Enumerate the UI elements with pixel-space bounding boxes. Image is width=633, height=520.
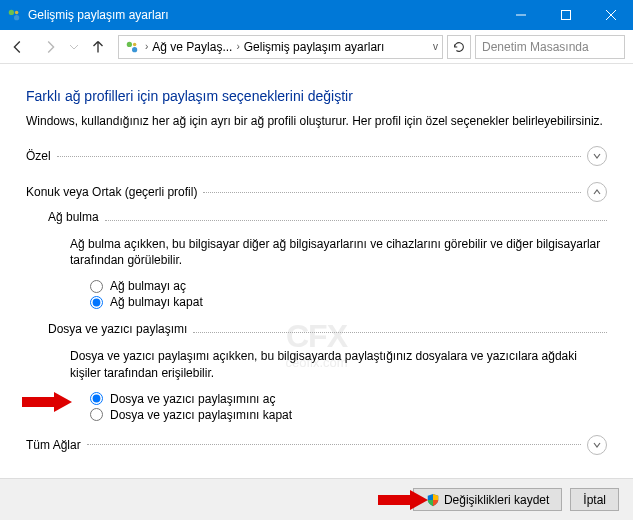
expander-guest[interactable]: Konuk veya Ortak (geçerli profil) <box>26 180 607 204</box>
back-button[interactable] <box>2 32 34 62</box>
breadcrumb-icon <box>123 40 141 54</box>
expander-label: Tüm Ağlar <box>26 438 81 452</box>
expander-all-networks[interactable]: Tüm Ağlar <box>26 433 607 457</box>
svg-point-0 <box>9 10 14 15</box>
svg-point-8 <box>132 47 137 52</box>
toolbar: › Ağ ve Paylaş... › Gelişmiş paylaşım ay… <box>0 30 633 64</box>
expander-label: Özel <box>26 149 51 163</box>
chevron-right-icon: › <box>232 41 243 52</box>
chevron-up-icon <box>587 182 607 202</box>
expander-private[interactable]: Özel <box>26 144 607 168</box>
svg-point-9 <box>133 42 137 46</box>
shield-icon <box>426 493 440 507</box>
svg-point-2 <box>15 11 19 15</box>
radio-network-discovery-off[interactable]: Ağ bulmayı kapat <box>90 294 607 310</box>
recent-button[interactable] <box>66 32 82 62</box>
search-input[interactable]: Denetim Masasında <box>475 35 625 59</box>
page-subtitle: Windows, kullandığınız her ağ için ayrı … <box>26 114 607 128</box>
chevron-down-icon <box>587 435 607 455</box>
breadcrumb-part-network[interactable]: Ağ ve Paylaş... <box>152 40 232 54</box>
network-discovery-desc: Ağ bulma açıkken, bu bilgisayar diğer ağ… <box>70 236 607 268</box>
file-printer-desc: Dosya ve yazıcı paylaşımı açıkken, bu bi… <box>70 348 607 380</box>
refresh-button[interactable] <box>447 35 471 59</box>
expander-label: Konuk veya Ortak (geçerli profil) <box>26 185 197 199</box>
window-controls <box>498 0 633 30</box>
svg-rect-4 <box>561 11 570 20</box>
up-button[interactable] <box>82 32 114 62</box>
page-title: Farklı ağ profilleri için paylaşım seçen… <box>26 88 607 104</box>
breadcrumb-part-advanced[interactable]: Gelişmiş paylaşım ayarları <box>244 40 385 54</box>
cancel-button[interactable]: İptal <box>570 488 619 511</box>
forward-button[interactable] <box>34 32 66 62</box>
svg-point-7 <box>127 41 132 46</box>
radio-file-printer-off[interactable]: Dosya ve yazıcı paylaşımını kapat <box>90 407 607 423</box>
chevron-down-icon[interactable]: v <box>433 41 438 52</box>
svg-point-1 <box>14 15 19 20</box>
footer: Değişiklikleri kaydet İptal <box>0 478 633 520</box>
window-title: Gelişmiş paylaşım ayarları <box>28 8 498 22</box>
breadcrumb[interactable]: › Ağ ve Paylaş... › Gelişmiş paylaşım ay… <box>118 35 443 59</box>
radio-file-printer-on[interactable]: Dosya ve yazıcı paylaşımını aç <box>90 391 607 407</box>
maximize-button[interactable] <box>543 0 588 30</box>
group-file-printer-sharing: Dosya ve yazıcı paylaşımı <box>48 322 187 336</box>
app-icon <box>0 8 28 22</box>
radio-network-discovery-on[interactable]: Ağ bulmayı aç <box>90 278 607 294</box>
chevron-right-icon: › <box>141 41 152 52</box>
title-bar: Gelişmiş paylaşım ayarları <box>0 0 633 30</box>
group-network-discovery: Ağ bulma <box>48 210 99 224</box>
minimize-button[interactable] <box>498 0 543 30</box>
search-placeholder: Denetim Masasında <box>482 40 589 54</box>
save-button[interactable]: Değişiklikleri kaydet <box>413 488 562 511</box>
close-button[interactable] <box>588 0 633 30</box>
chevron-down-icon <box>587 146 607 166</box>
